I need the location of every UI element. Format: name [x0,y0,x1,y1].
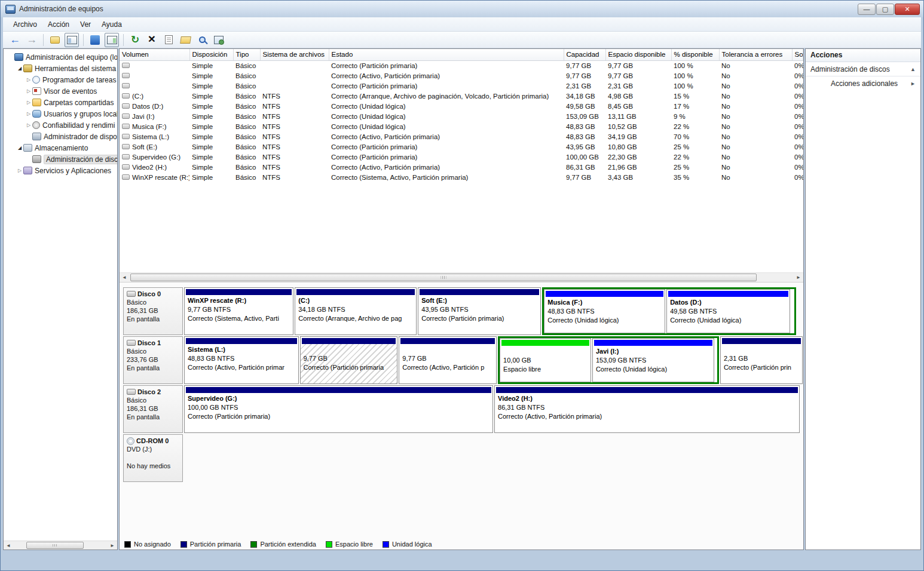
column-header-tipo[interactable]: Tipo [233,49,260,60]
scroll-left-arrow-icon[interactable]: ◄ [120,273,129,282]
primary-partition-region[interactable]: 9,77 GBCorrecto (Partición primaria [300,336,398,384]
disk-header[interactable]: Disco 2Básico186,31 GBEn pantalla [123,385,183,433]
tree-item-herramientas-del-sistema[interactable]: ◢Herramientas del sistema [4,63,117,74]
primary-partition-region[interactable]: Soft (E:)43,95 GB NTFSCorrecto (Partició… [418,287,541,335]
title-bar[interactable]: Administración de equipos — ▢ ✕ [1,1,923,17]
disk-header[interactable]: Disco 1Básico233,76 GBEn pantalla [123,336,183,384]
volume-row[interactable]: Datos (D:)SimpleBásicoNTFSCorrecto (Unid… [120,101,803,111]
volume-row[interactable]: WinXP rescate (R:)SimpleBásicoNTFSCorrec… [120,172,803,182]
expand-expander-icon[interactable]: ▷ [25,122,32,128]
volume-row[interactable]: Supervideo (G:)SimpleBásicoNTFSCorrecto … [120,152,803,162]
column-header--disponible[interactable]: % disponible [671,49,719,60]
scrollbar-thumb[interactable] [130,274,757,281]
search-button[interactable] [195,33,209,47]
actions-section-disk-management[interactable]: Administración de discos ▲ [806,62,920,76]
open-button[interactable] [178,33,192,47]
primary-partition-region[interactable]: (C:)34,18 GB NTFSCorrecto (Arranque, Arc… [295,287,417,335]
scroll-left-arrow-icon[interactable]: ◄ [4,541,13,549]
volume-row[interactable]: (C:)SimpleBásicoNTFSCorrecto (Arranque, … [120,91,803,101]
expand-expander-icon[interactable]: ▷ [25,88,32,94]
column-header-sistema-de-archivos[interactable]: Sistema de archivos [260,49,329,60]
scroll-right-arrow-icon[interactable]: ► [108,541,117,549]
volume-row[interactable]: Sistema (L:)SimpleBásicoNTFSCorrecto (Ac… [120,131,803,142]
tree-item-visor-de-eventos[interactable]: ▷Visor de eventos [4,85,117,97]
column-header-estado[interactable]: Estado [329,49,564,60]
column-header-tolerancia-a-errores[interactable]: Tolerancia a errores [719,49,792,60]
disk-header[interactable]: Disco 0Básico186,31 GBEn pantalla [123,287,183,335]
minimize-button[interactable]: — [858,4,876,15]
free-space-region[interactable]: 10,00 GBEspacio libre [500,338,591,382]
tree-item-confiabilidad-y-rendimi[interactable]: ▷Confiabilidad y rendimi [4,119,117,131]
volume-row[interactable]: Soft (E:)SimpleBásicoNTFSCorrecto (Parti… [120,142,803,152]
tree-horizontal-scrollbar[interactable]: ◄ ► [4,541,117,549]
volume-row[interactable]: SimpleBásicoCorrecto (Activo, Partición … [120,70,803,81]
tree-item-carpetas-compartidas[interactable]: ▷Carpetas compartidas [4,97,117,108]
export-list-button[interactable] [48,33,62,47]
column-header-disposici-n[interactable]: Disposición [189,49,233,60]
volume-row[interactable]: Javi (I:)SimpleBásicoNTFSCorrecto (Unida… [120,111,803,121]
manage-button[interactable] [212,33,226,47]
column-header-capacidad[interactable]: Capacidad [564,49,605,60]
forward-button[interactable] [25,33,39,47]
collapse-expander-icon[interactable]: ◢ [16,66,23,71]
legend-label: Partición primaria [190,541,241,548]
menu-item-ayuda[interactable]: Ayuda [96,19,127,30]
tree-item-usuarios-y-grupos-locale[interactable]: ▷Usuarios y grupos locale [4,108,117,119]
cell-tolerancia-a-errores: No [719,70,792,81]
tree-item-administraci-n-de-disco[interactable]: Administración de disco [4,154,117,165]
cell-capacidad: 2,31 GB [564,81,605,91]
menu-item-archivo[interactable]: Archivo [8,19,42,30]
cell-capacidad: 153,09 GB [564,111,605,121]
logical-drive-region[interactable]: Javi (I:)153,09 GB NTFSCorrecto (Unidad … [592,338,714,382]
volume-row[interactable]: Video2 (H:)SimpleBásicoNTFSCorrecto (Act… [120,162,803,172]
maximize-button[interactable]: ▢ [876,4,894,15]
scrollbar-thumb[interactable] [26,542,84,549]
help-button[interactable] [88,33,102,47]
primary-partition-region[interactable]: 9,77 GBCorrecto (Activo, Partición p [399,336,497,384]
menu-item-acción[interactable]: Acción [42,19,75,30]
collapse-expander-icon[interactable]: ◢ [16,145,23,151]
properties-button[interactable] [161,33,176,47]
partition-name: (C:) [298,296,413,305]
primary-partition-region[interactable]: WinXP rescate (R:)9,77 GB NTFSCorrecto (… [184,287,293,335]
expand-expander-icon[interactable]: ▷ [25,100,32,105]
primary-partition-region[interactable]: Supervideo (G:)100,00 GB NTFSCorrecto (P… [184,385,493,433]
tree-item-almacenamiento[interactable]: ◢Almacenamiento [4,142,117,154]
volume-row[interactable]: SimpleBásicoCorrecto (Partición primaria… [120,60,803,70]
menu-item-ver[interactable]: Ver [75,19,96,30]
search-icon [199,36,206,43]
volume-row[interactable]: Musica (F:)SimpleBásicoNTFSCorrecto (Uni… [120,121,803,131]
logical-drive-region[interactable]: Musica (F:)48,83 GB NTFSCorrecto (Unidad… [544,289,665,333]
close-button[interactable]: ✕ [895,4,920,15]
collapse-chevron-icon[interactable]: ▲ [910,66,916,72]
column-header-volumen[interactable]: Volumen [120,49,189,60]
back-button[interactable] [8,33,22,47]
refresh-button[interactable] [128,33,142,47]
show-action-pane-button[interactable] [105,33,119,47]
primary-partition-region[interactable]: 2,31 GBCorrecto (Partición prin [720,336,803,384]
partition-name: WinXP rescate (R:) [188,296,290,305]
volume-list-horizontal-scrollbar[interactable]: ◄ ► [120,272,803,283]
primary-partition-region[interactable]: Sistema (L:)48,83 GB NTFSCorrecto (Activ… [184,336,299,384]
delete-button[interactable] [145,33,159,47]
primary-partition-region[interactable]: Video2 (H:)86,31 GB NTFSCorrecto (Activo… [494,385,800,433]
tree-item-administraci-n-del-equipo-loc[interactable]: Administración del equipo (loc [4,51,117,63]
reliability-icon [32,121,40,129]
cell-so: 0% [792,121,803,131]
cell-tolerancia-a-errores: No [719,142,792,152]
tree-item-administrador-de-dispo[interactable]: Administrador de dispo [4,131,117,142]
actions-item-more-actions[interactable]: Acciones adicionales ► [806,76,920,91]
show-console-tree-button[interactable] [65,33,79,47]
tree-item-servicios-y-aplicaciones[interactable]: ▷Servicios y Aplicaciones [4,165,117,176]
volume-row[interactable]: SimpleBásicoCorrecto (Partición primaria… [120,81,803,91]
tree-item-programador-de-tareas[interactable]: ▷Programador de tareas [4,74,117,85]
partition-name [724,345,799,354]
scroll-right-arrow-icon[interactable]: ► [794,273,803,282]
expand-expander-icon[interactable]: ▷ [25,111,32,116]
disk-header[interactable]: CD-ROM 0DVD (J:)No hay medios [123,434,183,482]
expand-expander-icon[interactable]: ▷ [16,168,23,173]
expand-expander-icon[interactable]: ▷ [25,77,32,82]
column-header-espacio-disponible[interactable]: Espacio disponible [605,49,671,60]
column-header-so[interactable]: So [792,49,803,60]
logical-drive-region[interactable]: Datos (D:)49,58 GB NTFSCorrecto (Unidad … [666,289,790,333]
